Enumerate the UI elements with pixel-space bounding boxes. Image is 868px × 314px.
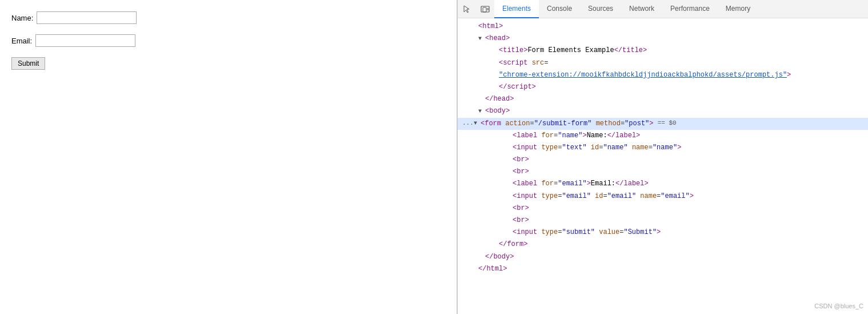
body-open-line: ▼ <body> — [458, 105, 868, 117]
head-close-line: </head> — [458, 93, 868, 105]
submit-button[interactable]: Submit — [11, 57, 45, 70]
br3-line: <br> — [458, 202, 868, 214]
tab-memory[interactable]: Memory — [718, 0, 758, 18]
device-toggle-icon[interactable] — [476, 0, 494, 18]
tab-performance[interactable]: Performance — [662, 0, 718, 18]
svg-rect-1 — [483, 7, 486, 12]
label-name-line: <label for="name">Name:</label> — [458, 130, 868, 142]
devtools-header: Elements Console Sources Network Perform… — [458, 0, 868, 18]
head-open-line: ▼ <head> — [458, 33, 868, 45]
name-form-row: Name: — [11, 11, 445, 24]
html-open-line: <html> — [458, 21, 868, 33]
body-triangle[interactable]: ▼ — [478, 107, 485, 116]
input-email-line: <input type="email" id="email" name="ema… — [458, 190, 868, 202]
email-label: Email: — [11, 37, 32, 45]
tab-elements[interactable]: Elements — [494, 0, 539, 18]
label-email-line: <label for="email">Email:</label> — [458, 178, 868, 190]
name-label: Name: — [11, 14, 33, 22]
script-close-line: </script> — [458, 81, 868, 93]
email-form-row: Email: — [11, 34, 445, 47]
title-line: <title>Form Elements Example</title> — [458, 45, 868, 57]
br2-line: <br> — [458, 166, 868, 178]
html-close-line: </html> — [458, 263, 868, 275]
devtools-tabs: Elements Console Sources Network Perform… — [494, 0, 758, 18]
tab-network[interactable]: Network — [621, 0, 662, 18]
name-input[interactable] — [37, 11, 137, 24]
script-src-line: "chrome-extension://mooikfkahbdckldjjndi… — [458, 69, 868, 81]
email-input[interactable] — [35, 34, 135, 47]
form-triangle[interactable]: ▼ — [474, 119, 481, 128]
br1-line: <br> — [458, 154, 868, 166]
input-submit-line: <input type="submit" value="Submit"> — [458, 226, 868, 239]
cursor-icon[interactable] — [458, 0, 476, 18]
dots-button[interactable]: ... — [462, 118, 474, 129]
webpage-preview: Name: Email: Submit — [0, 0, 457, 314]
form-close-line: </form> — [458, 239, 868, 251]
devtools-panel: Elements Console Sources Network Perform… — [457, 0, 868, 314]
tab-console[interactable]: Console — [539, 0, 580, 18]
br4-line: <br> — [458, 214, 868, 226]
watermark: CSDN @blues_C — [814, 303, 863, 309]
tab-sources[interactable]: Sources — [580, 0, 621, 18]
devtools-content[interactable]: <html> ▼ <head> <title>Form Elements Exa… — [458, 18, 868, 314]
input-name-line: <input type="text" id="name" name="name"… — [458, 142, 868, 154]
script-open-line: <script src= — [458, 57, 868, 69]
submit-row: Submit — [11, 57, 445, 70]
form-open-line[interactable]: ... ▼ <form action="/submit-form" method… — [458, 118, 868, 130]
head-triangle[interactable]: ▼ — [478, 34, 485, 43]
body-close-line: </body> — [458, 251, 868, 263]
